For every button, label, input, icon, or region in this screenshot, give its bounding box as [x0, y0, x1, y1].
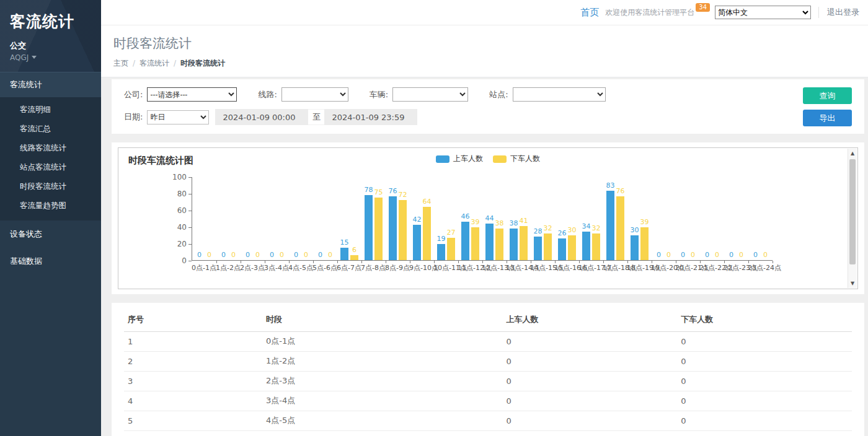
table-cell: 3: [124, 372, 262, 391]
breadcrumb-item[interactable]: 客流统计: [140, 59, 169, 68]
data-table: 序号时段上车人数下车人数 10点-1点0021点-2点0032点-3点0043点…: [124, 305, 852, 436]
sidebar-subitem[interactable]: 客流汇总: [0, 120, 101, 139]
legend-item[interactable]: 下车人数: [493, 154, 540, 164]
bar-value-label: 32: [592, 224, 601, 232]
x-axis-label: 2点-3点: [240, 263, 264, 272]
x-axis-label: 22点-23点: [724, 263, 748, 272]
bar-group: 156: [337, 177, 361, 260]
bar-value-label: 42: [413, 216, 422, 224]
bar-value-label: 0: [328, 251, 332, 259]
tick-label: 80: [177, 190, 187, 198]
bar-boarding: 78: [365, 195, 373, 260]
tick-mark: [188, 194, 192, 194]
table-row: 32点-3点00: [124, 372, 852, 391]
bar-group: 3039: [627, 177, 652, 260]
org-code-dropdown[interactable]: AQGJ: [10, 53, 91, 62]
table-cell: 1: [124, 332, 262, 352]
table-cell: 6: [124, 431, 262, 436]
sidebar: 客流统计 公交 AQGJ 客流统计 客流明细客流汇总线路客流统计站点客流统计时段…: [0, 0, 101, 436]
bar-alighting: 39: [471, 227, 479, 260]
bar-value-label: 38: [495, 219, 504, 227]
x-axis-label: 14点-15点: [530, 263, 554, 272]
bar-group: 4639: [458, 177, 482, 260]
company-select[interactable]: ---请选择---: [147, 87, 237, 102]
vehicle-label: 车辆:: [370, 89, 388, 100]
table-cell: 1点-2点: [262, 352, 502, 372]
bar-group: 00: [265, 177, 289, 260]
query-button[interactable]: 查询: [803, 87, 852, 104]
caret-down-icon: [32, 56, 37, 59]
sidebar-subitem[interactable]: 客流明细: [0, 100, 101, 120]
export-button[interactable]: 导出: [803, 110, 852, 126]
sidebar-subitem[interactable]: 站点客流统计: [0, 158, 101, 177]
chart-body: 020406080100 000000000000156787576724264…: [126, 177, 839, 272]
x-axis-label: 20点-21点: [675, 263, 699, 272]
vehicle-select[interactable]: [392, 87, 468, 102]
tick-mark: [188, 177, 192, 178]
breadcrumb-item[interactable]: 主页: [113, 59, 128, 68]
date-preset-select[interactable]: 昨日: [147, 110, 209, 124]
bar-value-label: 0: [715, 251, 719, 259]
scroll-down-icon[interactable]: ▼: [848, 279, 857, 287]
sidebar-subitem[interactable]: 线路客流统计: [0, 139, 101, 158]
chart-panel: 时段车流统计图 上车人数下车人数 020406080100 0000000000…: [112, 142, 864, 294]
bar-value-label: 0: [681, 251, 685, 259]
table-cell: 0: [677, 391, 852, 411]
content: 公司: ---请选择--- 线路: 车辆:: [101, 77, 868, 436]
chart-scrollbar[interactable]: ▲ ▼: [848, 149, 857, 288]
bar-value-label: 0: [304, 251, 308, 259]
tick-label: 40: [177, 223, 187, 232]
table-row: 10点-1点00: [124, 332, 852, 352]
bar-group: 3432: [579, 177, 603, 260]
sidebar-item[interactable]: 设备状态: [0, 220, 101, 248]
logout-link[interactable]: 退出登录: [818, 7, 859, 18]
bar-value-label: 0: [231, 251, 236, 259]
tick-mark: [188, 227, 192, 228]
bar-value-label: 0: [763, 251, 768, 259]
filter-actions: 查询 导出: [803, 87, 852, 126]
data-table-panel: 序号时段上车人数下车人数 10点-1点0021点-2点0032点-3点0043点…: [112, 303, 864, 436]
bar-group: 00: [313, 177, 337, 260]
date-to-input[interactable]: [324, 109, 417, 125]
y-axis: 020406080100: [126, 177, 192, 261]
bar-value-label: 44: [485, 214, 494, 222]
sidebar-subitem[interactable]: 时段客流统计: [0, 177, 101, 196]
legend-swatch: [436, 155, 450, 163]
x-axis-label: 12点-13点: [482, 263, 506, 272]
bar-value-label: 64: [423, 198, 432, 206]
breadcrumb-item: 时段客流统计: [180, 59, 225, 68]
station-select[interactable]: [513, 87, 606, 102]
x-axis-label: 13点-14点: [506, 263, 530, 272]
legend-item[interactable]: 上车人数: [436, 154, 483, 164]
table-cell: 0: [677, 372, 852, 391]
tick-label: 0: [182, 256, 187, 265]
bar-group: 00: [748, 177, 773, 260]
bar-group: 7875: [361, 177, 386, 260]
tick-label: 100: [172, 173, 187, 181]
bar-group: 2630: [555, 177, 579, 260]
line-select[interactable]: [281, 87, 348, 102]
language-select[interactable]: 简体中文: [715, 6, 811, 19]
table-cell: 2: [124, 352, 262, 372]
scroll-up-icon[interactable]: ▲: [848, 149, 857, 157]
sidebar-item[interactable]: 基础数据: [0, 248, 101, 275]
table-row: 43点-4点00: [124, 391, 852, 411]
x-axis-label: 7点-8点: [361, 263, 385, 272]
bar-alighting: 64: [423, 207, 431, 260]
chart-legend: 上车人数下车人数: [436, 154, 540, 164]
home-link[interactable]: 首页: [580, 7, 599, 19]
bar-group: 00: [676, 177, 700, 260]
table-cell: 4: [124, 391, 262, 411]
bar-group: 00: [192, 177, 216, 260]
x-axis-label: 8点-9点: [385, 263, 409, 272]
table-cell: 0: [502, 372, 677, 391]
date-from-input[interactable]: [215, 109, 308, 125]
breadcrumb-separator: /: [133, 59, 135, 68]
table-cell: 0: [502, 411, 677, 431]
sidebar-item-passenger-stats-section[interactable]: 客流统计: [0, 72, 101, 97]
bar-value-label: 15: [340, 238, 349, 246]
y-axis-tick: 0: [182, 256, 192, 265]
sidebar-subitem[interactable]: 客流量趋势图: [0, 196, 101, 216]
scrollbar-thumb[interactable]: [849, 159, 856, 264]
notification-badge[interactable]: 34: [696, 3, 710, 12]
